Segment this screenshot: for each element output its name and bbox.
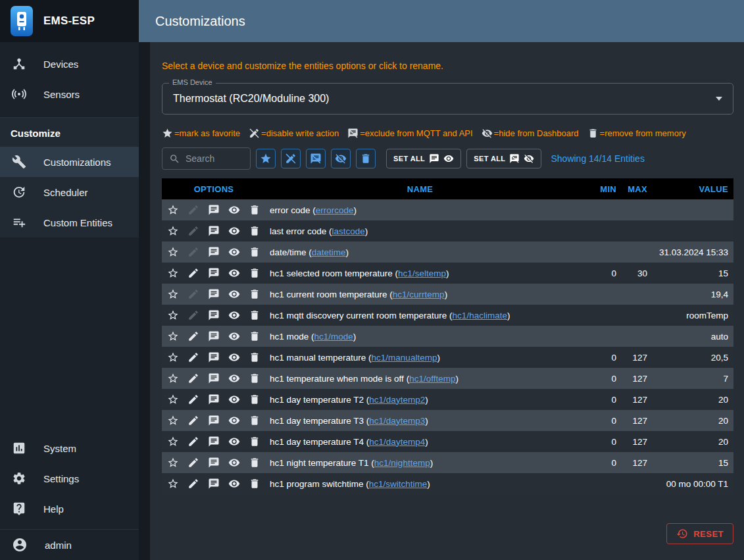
delete-button[interactable] [246,286,263,303]
delete-button[interactable] [246,370,263,387]
delete-button[interactable] [246,475,263,492]
edit-button[interactable] [185,433,202,450]
set-all-exclude-button[interactable]: SET ALL [466,149,541,168]
filter-mqtt-exclude-button[interactable] [306,149,326,168]
reset-button[interactable]: RESET [666,523,733,544]
mqtt-exclude-button[interactable] [205,412,222,429]
delete-button[interactable] [246,243,263,261]
sidebar-item-scheduler[interactable]: Scheduler [0,177,139,207]
sidebar-item-custom-entities[interactable]: Custom Entities [0,207,139,238]
favorite-button[interactable] [164,307,182,324]
visibility-button[interactable] [226,201,243,218]
entity-link[interactable]: hc1/mode [314,332,353,342]
favorite-button[interactable] [164,454,182,471]
edit-button[interactable] [185,307,202,324]
sidebar-item-system[interactable]: System [0,433,139,463]
edit-button[interactable] [185,349,202,366]
entity-link[interactable]: hc1/daytemp4 [369,437,425,447]
visibility-button[interactable] [226,391,243,408]
edit-button[interactable] [185,328,202,345]
entity-link[interactable]: errorcode [316,205,354,215]
entity-link[interactable]: hc1/manualtemp [372,353,437,363]
delete-button[interactable] [246,201,263,218]
mqtt-exclude-button[interactable] [205,454,222,471]
delete-button[interactable] [246,412,263,429]
favorite-button[interactable] [164,265,182,282]
mqtt-exclude-button[interactable] [205,243,222,261]
favorite-button[interactable] [164,412,182,429]
visibility-button[interactable] [226,433,243,450]
set-all-include-button[interactable]: SET ALL [386,149,461,168]
entity-link[interactable]: hc1/offtemp [409,374,455,384]
favorite-button[interactable] [164,222,182,240]
delete-button[interactable] [246,454,263,471]
edit-button[interactable] [185,286,202,303]
edit-button[interactable] [185,201,202,218]
mqtt-exclude-button[interactable] [205,391,222,408]
sidebar-item-help[interactable]: Help [0,494,139,524]
mqtt-exclude-button[interactable] [205,222,222,240]
edit-button[interactable] [185,370,202,387]
filter-hide-dashboard-button[interactable] [331,149,351,168]
mqtt-exclude-button[interactable] [205,349,222,366]
mqtt-exclude-button[interactable] [205,328,222,345]
visibility-button[interactable] [226,243,243,261]
entity-link[interactable]: hc1/daytemp3 [369,416,425,426]
visibility-button[interactable] [226,412,243,429]
delete-button[interactable] [246,391,263,408]
filter-remove-button[interactable] [356,149,376,168]
mqtt-exclude-button[interactable] [205,475,222,492]
sidebar-item-devices[interactable]: Devices [0,49,139,79]
visibility-button[interactable] [226,286,243,303]
entity-link[interactable]: datetime [312,247,346,257]
edit-button[interactable] [185,243,202,261]
entity-link[interactable]: hc1/seltemp [398,268,446,278]
favorite-button[interactable] [164,370,182,387]
search-input[interactable] [186,153,238,164]
edit-button[interactable] [185,412,202,429]
mqtt-exclude-button[interactable] [205,286,222,303]
mqtt-exclude-button[interactable] [205,433,222,450]
delete-button[interactable] [246,328,263,345]
favorite-button[interactable] [164,243,182,261]
edit-button[interactable] [185,475,202,492]
filter-favorite-button[interactable] [256,149,276,168]
visibility-button[interactable] [226,370,243,387]
sidebar-user-admin[interactable]: admin [0,530,139,560]
mqtt-exclude-button[interactable] [205,370,222,387]
visibility-button[interactable] [226,328,243,345]
visibility-button[interactable] [226,454,243,471]
mqtt-exclude-button[interactable] [205,265,222,282]
mqtt-exclude-button[interactable] [205,307,222,324]
edit-button[interactable] [185,222,202,240]
visibility-button[interactable] [226,222,243,240]
edit-button[interactable] [185,391,202,408]
entity-link[interactable]: hc1/nighttemp [374,458,430,468]
filter-disable-write-button[interactable] [281,149,301,168]
edit-button[interactable] [185,265,202,282]
visibility-button[interactable] [226,265,243,282]
entity-link[interactable]: hc1/switchtime [369,479,428,489]
delete-button[interactable] [246,307,263,324]
entity-link[interactable]: hc1/daytemp2 [369,395,425,405]
visibility-button[interactable] [226,475,243,492]
favorite-button[interactable] [164,328,182,345]
delete-button[interactable] [246,433,263,450]
sidebar-item-customizations[interactable]: Customizations [0,147,139,177]
sidebar-item-sensors[interactable]: Sensors [0,79,139,109]
visibility-button[interactable] [226,349,243,366]
favorite-button[interactable] [164,433,182,450]
entity-link[interactable]: hc1/haclimate [453,311,507,320]
entity-link[interactable]: lastcode [332,226,365,236]
entity-link[interactable]: hc1/currtemp [393,290,445,299]
device-select[interactable]: EMS Device Thermostat (RC20/Moduline 300… [162,83,733,115]
favorite-button[interactable] [164,475,182,492]
delete-button[interactable] [246,222,263,240]
favorite-button[interactable] [164,391,182,408]
mqtt-exclude-button[interactable] [205,201,222,218]
favorite-button[interactable] [164,349,182,366]
delete-button[interactable] [246,265,263,282]
favorite-button[interactable] [164,286,182,303]
delete-button[interactable] [246,349,263,366]
sidebar-item-settings[interactable]: Settings [0,463,139,494]
